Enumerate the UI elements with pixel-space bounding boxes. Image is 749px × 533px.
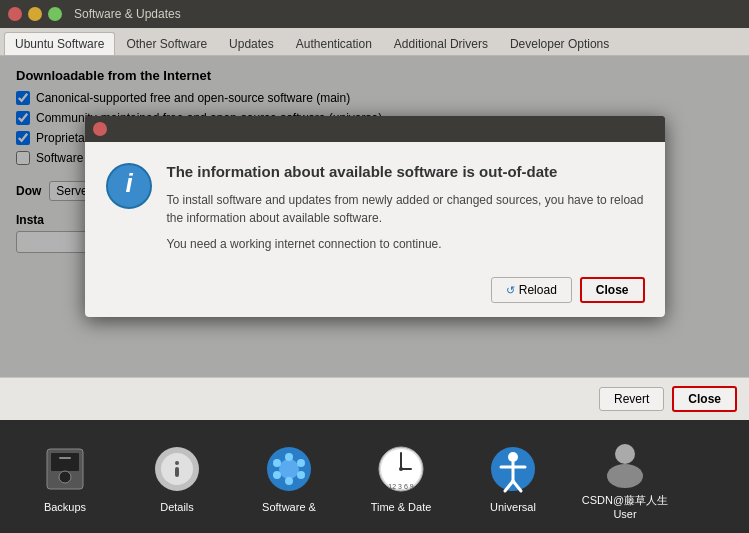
dock-label-software: Software & <box>262 501 316 514</box>
user-icon <box>599 436 651 488</box>
dialog-buttons: ↺ Reload Close <box>85 267 665 317</box>
reload-button[interactable]: ↺ Reload <box>491 277 572 303</box>
dock-label-user: CSDN@藤草人生User <box>582 494 668 520</box>
svg-point-11 <box>279 459 299 479</box>
window-title: Software & Updates <box>74 7 181 21</box>
reload-label: Reload <box>519 283 557 297</box>
tab-authentication[interactable]: Authentication <box>285 32 383 55</box>
details-icon <box>151 443 203 495</box>
window-close-button[interactable] <box>8 7 22 21</box>
dialog-box: i The information about available softwa… <box>85 116 665 318</box>
dialog-title: The information about available software… <box>167 162 645 182</box>
dock-item-backups[interactable]: Backups <box>10 435 120 518</box>
svg-point-13 <box>297 459 305 467</box>
window-maximize-button[interactable] <box>48 7 62 21</box>
info-svg: i <box>105 162 153 210</box>
timedate-icon: 12 3 6 9 <box>375 443 427 495</box>
dialog-titlebar <box>85 116 665 142</box>
dock-item-user[interactable]: CSDN@藤草人生User <box>570 428 680 524</box>
svg-rect-3 <box>51 453 79 471</box>
dialog-overlay: i The information about available softwa… <box>0 56 749 377</box>
tab-developer-options[interactable]: Developer Options <box>499 32 620 55</box>
svg-text:i: i <box>125 168 133 198</box>
svg-point-4 <box>59 471 71 483</box>
window-minimize-button[interactable] <box>28 7 42 21</box>
svg-point-22 <box>399 467 403 471</box>
main-window: Software & Updates Ubuntu Software Other… <box>0 0 749 420</box>
dialog-body: i The information about available softwa… <box>85 142 665 268</box>
dock-item-software[interactable]: Software & <box>234 435 344 518</box>
tab-additional-drivers[interactable]: Additional Drivers <box>383 32 499 55</box>
svg-point-17 <box>273 459 281 467</box>
svg-point-16 <box>273 471 281 479</box>
svg-point-14 <box>297 471 305 479</box>
bottom-bar: Revert Close <box>0 377 749 420</box>
dialog-content: The information about available software… <box>167 162 645 252</box>
dock-item-timedate[interactable]: 12 3 6 9 Time & Date <box>346 435 456 518</box>
reload-icon: ↺ <box>506 284 515 297</box>
svg-point-30 <box>615 444 635 464</box>
tab-other-software[interactable]: Other Software <box>115 32 218 55</box>
taskbar: Backups Details Software & <box>0 420 749 533</box>
dialog-window-close-button[interactable] <box>93 122 107 136</box>
dialog-message: To install software and updates from new… <box>167 191 645 227</box>
software-icon <box>263 443 315 495</box>
dock-label-timedate: Time & Date <box>371 501 432 514</box>
tab-updates[interactable]: Updates <box>218 32 285 55</box>
revert-button[interactable]: Revert <box>599 387 664 411</box>
dock-label-details: Details <box>160 501 194 514</box>
tab-ubuntu-software[interactable]: Ubuntu Software <box>4 32 115 55</box>
backups-icon <box>39 443 91 495</box>
svg-rect-9 <box>175 467 179 477</box>
dock-label-universal: Universal <box>490 501 536 514</box>
svg-point-31 <box>607 464 643 488</box>
dialog-info-icon: i <box>105 162 153 210</box>
svg-point-12 <box>285 453 293 461</box>
svg-rect-8 <box>175 461 179 465</box>
svg-point-15 <box>285 477 293 485</box>
svg-rect-5 <box>59 457 71 459</box>
title-bar: Software & Updates <box>0 0 749 28</box>
content-area: Downloadable from the Internet Canonical… <box>0 56 749 377</box>
dock-label-backups: Backups <box>44 501 86 514</box>
dock-item-universal[interactable]: Universal <box>458 435 568 518</box>
dialog-message2: You need a working internet connection t… <box>167 237 645 251</box>
dock-item-details[interactable]: Details <box>122 435 232 518</box>
tabs-bar: Ubuntu Software Other Software Updates A… <box>0 28 749 56</box>
universal-icon <box>487 443 539 495</box>
svg-text:12 3 6 9: 12 3 6 9 <box>388 483 413 490</box>
main-close-button[interactable]: Close <box>672 386 737 412</box>
dialog-close-button[interactable]: Close <box>580 277 645 303</box>
